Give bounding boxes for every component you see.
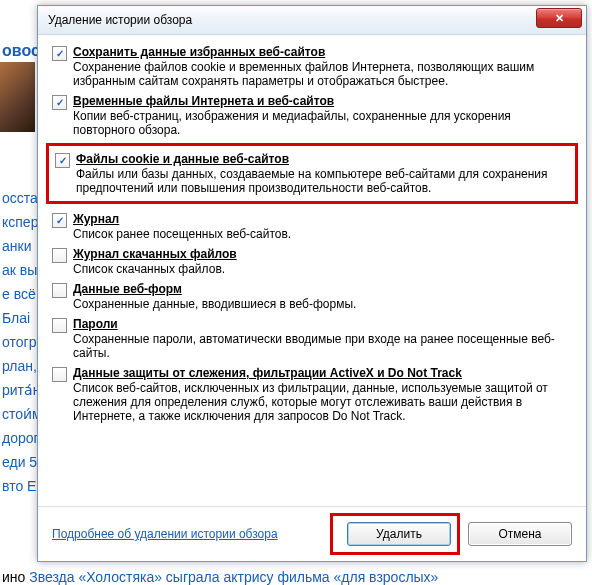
delete-history-dialog: Удаление истории обзора ✕ Сохранить данн… [37, 5, 587, 562]
option-description: Сохраненные пароли, автоматически вводим… [73, 332, 572, 360]
option-row: Данные защиты от слежения, фильтрации Ac… [52, 366, 572, 423]
option-checkbox[interactable] [52, 367, 67, 382]
option-title: Сохранить данные избранных веб-сайтов [73, 45, 572, 59]
option-row: Сохранить данные избранных веб-сайтовСох… [52, 45, 572, 88]
option-text: Временные файлы Интернета и веб-сайтовКо… [73, 94, 572, 137]
option-title: Журнал [73, 212, 572, 226]
delete-button-highlight: Удалить [330, 513, 460, 555]
option-checkbox[interactable] [52, 318, 67, 333]
option-title: Файлы cookie и данные веб-сайтов [76, 152, 569, 166]
option-text: Журнал скачанных файловСписок скачанных … [73, 247, 572, 276]
option-checkbox[interactable] [52, 248, 67, 263]
option-row: Файлы cookie и данные веб-сайтовФайлы ил… [55, 152, 569, 195]
option-title: Журнал скачанных файлов [73, 247, 572, 261]
option-description: Копии веб-страниц, изображения и медиафа… [73, 109, 572, 137]
highlighted-option: Файлы cookie и данные веб-сайтовФайлы ил… [46, 143, 578, 204]
background-thumbnail [0, 62, 35, 132]
option-checkbox[interactable] [52, 46, 67, 61]
option-description: Файлы или базы данных, создаваемые на ко… [76, 167, 569, 195]
option-checkbox[interactable] [52, 213, 67, 228]
news-headline[interactable]: ино Звезда «Холостяка» сыграла актрису ф… [0, 567, 592, 585]
option-description: Сохраненные данные, вводившиеся в веб-фо… [73, 297, 572, 311]
option-checkbox[interactable] [52, 283, 67, 298]
option-row: Журнал скачанных файловСписок скачанных … [52, 247, 572, 276]
option-text: ЖурналСписок ранее посещенных веб-сайтов… [73, 212, 572, 241]
option-row: ЖурналСписок ранее посещенных веб-сайтов… [52, 212, 572, 241]
option-checkbox[interactable] [55, 153, 70, 168]
option-text: ПаролиСохраненные пароли, автоматически … [73, 317, 572, 360]
dialog-body: Сохранить данные избранных веб-сайтовСох… [38, 35, 586, 423]
option-text: Файлы cookie и данные веб-сайтовФайлы ил… [76, 152, 569, 195]
option-row: Временные файлы Интернета и веб-сайтовКо… [52, 94, 572, 137]
option-description: Список скачанных файлов. [73, 262, 572, 276]
option-text: Данные веб-формСохраненные данные, вводи… [73, 282, 572, 311]
dialog-footer: Подробнее об удалении истории обзора Уда… [38, 506, 586, 561]
option-title: Данные веб-форм [73, 282, 572, 296]
option-description: Список ранее посещенных веб-сайтов. [73, 227, 572, 241]
delete-button[interactable]: Удалить [347, 522, 451, 546]
option-description: Список веб-сайтов, исключенных из фильтр… [73, 381, 572, 423]
dialog-title: Удаление истории обзора [48, 13, 192, 27]
option-text: Сохранить данные избранных веб-сайтовСох… [73, 45, 572, 88]
dialog-titlebar[interactable]: Удаление истории обзора ✕ [38, 6, 586, 35]
option-text: Данные защиты от слежения, фильтрации Ac… [73, 366, 572, 423]
option-description: Сохранение файлов cookie и временных фай… [73, 60, 572, 88]
option-row: Данные веб-формСохраненные данные, вводи… [52, 282, 572, 311]
news-prefix: ино [2, 569, 29, 585]
learn-more-link[interactable]: Подробнее об удалении истории обзора [52, 527, 278, 541]
news-link[interactable]: Звезда «Холостяка» сыграла актрису фильм… [29, 569, 438, 585]
close-icon: ✕ [555, 12, 564, 25]
option-row: ПаролиСохраненные пароли, автоматически … [52, 317, 572, 360]
cancel-button[interactable]: Отмена [468, 522, 572, 546]
option-title: Временные файлы Интернета и веб-сайтов [73, 94, 572, 108]
option-title: Данные защиты от слежения, фильтрации Ac… [73, 366, 572, 380]
close-button[interactable]: ✕ [536, 8, 582, 28]
option-title: Пароли [73, 317, 572, 331]
option-checkbox[interactable] [52, 95, 67, 110]
